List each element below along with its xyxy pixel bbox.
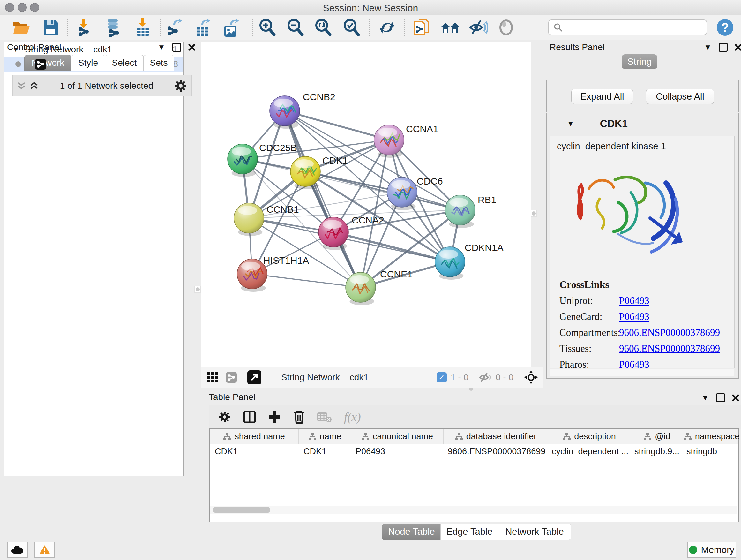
grid-view-icon[interactable] xyxy=(207,371,219,383)
panel-float-icon[interactable] xyxy=(719,43,728,52)
crosslink-link[interactable]: P06493 xyxy=(619,359,650,368)
search-field[interactable] xyxy=(548,19,707,36)
node-label-CCNE1: CCNE1 xyxy=(380,269,413,279)
panel-close-icon[interactable] xyxy=(188,44,195,51)
network-share-toggle-icon[interactable] xyxy=(226,372,237,383)
crosslink-row: Pharos:P06493 xyxy=(559,359,734,368)
section-collapse-icon[interactable]: ▼ xyxy=(567,119,575,128)
refresh-button[interactable] xyxy=(376,17,399,37)
column-header--id[interactable]: @id xyxy=(631,429,683,444)
help-button[interactable]: ? xyxy=(714,17,737,37)
selected-checkbox-icon[interactable]: ✓ xyxy=(436,372,447,382)
panel-close-icon[interactable] xyxy=(732,394,739,401)
crosslink-link[interactable]: 9606.ENSP00000378699 xyxy=(619,327,720,338)
tab-string[interactable]: String xyxy=(622,54,657,69)
column-tree-icon xyxy=(361,432,369,441)
cloud-icon xyxy=(11,545,24,554)
network-graph[interactable]: CCNB2CCNA1CDC25BCDK1CDC6RB1CCNB1CCNA2CDK… xyxy=(201,42,531,367)
panel-collapse-icon[interactable]: ▼ xyxy=(158,43,165,52)
delete-table-icon xyxy=(317,411,332,423)
show-preview-button[interactable] xyxy=(495,17,518,37)
table-scrollbar-thumb[interactable] xyxy=(213,507,270,513)
table-scrollbar-track[interactable] xyxy=(210,506,737,514)
zoom-out-button[interactable] xyxy=(284,17,307,37)
show-columns-icon[interactable] xyxy=(243,411,256,423)
birdseye-navigator-icon[interactable] xyxy=(524,370,538,384)
column-header-database-identifier[interactable]: database identifier xyxy=(444,429,548,444)
crosslink-link[interactable]: P06493 xyxy=(619,295,650,307)
cloud-button[interactable] xyxy=(7,542,28,558)
crosslink-label: Uniprot: xyxy=(559,295,619,307)
table-options-gear-icon[interactable] xyxy=(218,411,231,423)
panel-close-icon[interactable] xyxy=(735,44,741,51)
cell-canonical-name[interactable]: P06493 xyxy=(350,447,443,456)
results-scrollbar-track[interactable] xyxy=(550,369,734,376)
right-splitter-handle[interactable] xyxy=(530,210,537,217)
eye-orb-icon xyxy=(498,19,515,36)
node-table[interactable]: shared namenamecanonical namedatabase id… xyxy=(209,428,739,522)
panel-collapse-icon[interactable]: ▼ xyxy=(704,43,712,52)
zoom-selected-icon xyxy=(342,18,361,37)
gene-section: ▼ CDK1 cyclin–dependent kinase 1 xyxy=(546,113,739,379)
crosslink-row: Compartments:9606.ENSP00000378699 xyxy=(559,327,734,338)
export-table-button[interactable] xyxy=(192,17,215,37)
export-network-button[interactable] xyxy=(164,17,187,37)
collapse-all-tree-icon[interactable] xyxy=(29,81,39,91)
expand-all-tree-icon[interactable] xyxy=(17,81,26,91)
copy-network-button[interactable] xyxy=(410,17,433,37)
delete-column-icon[interactable] xyxy=(293,410,305,424)
import-table-button[interactable] xyxy=(131,17,154,37)
zoom-in-button[interactable] xyxy=(256,17,279,37)
tab-edge-table[interactable]: Edge Table xyxy=(441,523,498,540)
memory-status-icon xyxy=(689,546,697,554)
network-options-gear-icon[interactable] xyxy=(174,79,187,92)
node-label-CCNB2: CCNB2 xyxy=(303,91,335,102)
hide-selected-button[interactable] xyxy=(467,17,490,37)
panel-float-icon[interactable] xyxy=(172,43,181,52)
node-label-CCNA2: CCNA2 xyxy=(352,215,384,226)
tab-select[interactable]: Select xyxy=(105,55,144,71)
save-session-button[interactable] xyxy=(39,17,62,37)
crosslink-link[interactable]: P06493 xyxy=(619,311,650,322)
crosslink-link[interactable]: 9606.ENSP00000378699 xyxy=(619,343,720,354)
cell-description[interactable]: cyclin–dependent ... xyxy=(547,447,629,456)
tab-sets[interactable]: Sets xyxy=(143,55,174,71)
tab-style[interactable]: Style xyxy=(71,55,105,71)
detach-view-icon[interactable] xyxy=(247,370,261,384)
column-header-namespace[interactable]: namespace xyxy=(683,429,740,444)
warnings-button[interactable] xyxy=(35,542,55,558)
panel-float-icon[interactable] xyxy=(716,393,725,402)
export-image-button[interactable] xyxy=(220,17,243,37)
add-column-icon[interactable] xyxy=(268,411,281,423)
crosslink-row: GeneCard:P06493 xyxy=(559,311,734,322)
cell-database-identifier[interactable]: 9606.ENSP00000378699 xyxy=(443,447,547,456)
show-all-networks-button[interactable] xyxy=(439,17,462,37)
collapse-all-button[interactable]: Collapse All xyxy=(646,89,714,104)
column-header-name[interactable]: name xyxy=(299,429,351,444)
column-header-canonical-name[interactable]: canonical name xyxy=(351,429,444,444)
import-network-button[interactable] xyxy=(74,17,97,37)
tab-node-table[interactable]: Node Table xyxy=(382,523,441,540)
search-input[interactable] xyxy=(565,22,701,33)
left-splitter-handle[interactable] xyxy=(194,286,201,293)
import-network-from-database-button[interactable] xyxy=(102,17,125,37)
panel-collapse-icon[interactable]: ▼ xyxy=(701,393,709,402)
cell-name[interactable]: CDK1 xyxy=(298,447,350,456)
network-canvas[interactable]: CCNB2CCNA1CDC25BCDK1CDC6RB1CCNB1CCNA2CDK… xyxy=(201,42,531,367)
column-header-shared-name[interactable]: shared name xyxy=(210,429,299,444)
zoom-fit-button[interactable] xyxy=(312,17,335,37)
tab-network[interactable]: Network xyxy=(24,55,71,71)
open-session-button[interactable] xyxy=(10,17,33,37)
table-import-icon xyxy=(135,18,151,37)
cell-namespace[interactable]: stringdb xyxy=(681,447,738,456)
expand-all-button[interactable]: Expand All xyxy=(571,89,633,104)
table-row[interactable]: CDK1CDK1P064939606.ENSP00000378699cyclin… xyxy=(210,444,738,458)
zoom-selected-button[interactable] xyxy=(340,17,363,37)
main-toolbar: ? xyxy=(0,15,741,40)
column-header-description[interactable]: description xyxy=(548,429,631,444)
tab-network-table[interactable]: Network Table xyxy=(498,523,571,540)
cell--id[interactable]: stringdb:9... xyxy=(629,447,681,456)
crosslink-label: GeneCard: xyxy=(559,311,619,322)
memory-button[interactable]: Memory xyxy=(687,542,736,558)
cell-shared-name[interactable]: CDK1 xyxy=(210,447,298,456)
